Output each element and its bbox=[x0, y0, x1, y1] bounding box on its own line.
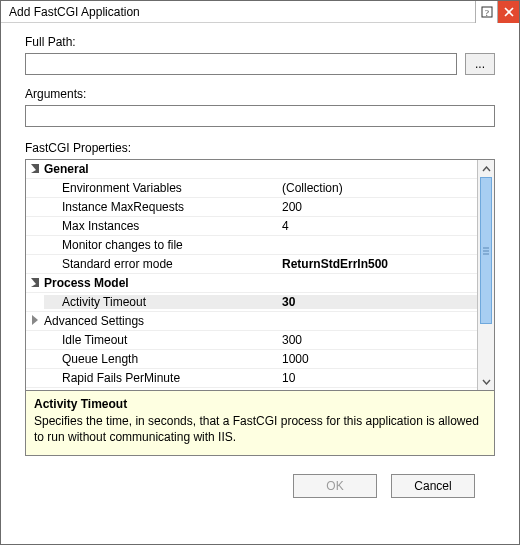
ok-button[interactable]: OK bbox=[293, 474, 377, 498]
prop-name: Standard error mode bbox=[44, 257, 276, 271]
titlebar: Add FastCGI Application ? bbox=[1, 1, 519, 23]
button-row: OK Cancel bbox=[25, 456, 495, 514]
category-label: General bbox=[44, 162, 276, 176]
category-process-model[interactable]: Process Model bbox=[26, 274, 477, 293]
chevron-right-icon bbox=[32, 315, 38, 325]
prop-row-environment-variables[interactable]: Environment Variables (Collection) bbox=[26, 179, 477, 198]
prop-row-idle-timeout[interactable]: Idle Timeout 300 bbox=[26, 331, 477, 350]
prop-name: Monitor changes to file bbox=[44, 238, 276, 252]
browse-button[interactable]: ... bbox=[465, 53, 495, 75]
dialog-window: Add FastCGI Application ? Full Path: ...… bbox=[0, 0, 520, 545]
category-label: Process Model bbox=[44, 276, 276, 290]
chevron-down-icon bbox=[31, 164, 39, 173]
scroll-up-button[interactable] bbox=[478, 160, 494, 177]
prop-name: Rapid Fails PerMinute bbox=[44, 371, 276, 385]
help-icon: ? bbox=[481, 6, 493, 18]
prop-row-advanced-settings[interactable]: Advanced Settings bbox=[26, 312, 477, 331]
scroll-thumb[interactable] bbox=[480, 177, 492, 324]
grid-scrollbar[interactable] bbox=[477, 160, 494, 390]
prop-value: 1000 bbox=[276, 352, 477, 366]
help-pane: Activity Timeout Specifies the time, in … bbox=[25, 390, 495, 456]
help-description: Specifies the time, in seconds, that a F… bbox=[34, 413, 486, 445]
prop-name: Environment Variables bbox=[44, 181, 276, 195]
prop-row-rapid-fails[interactable]: Rapid Fails PerMinute 10 bbox=[26, 369, 477, 388]
scroll-track[interactable] bbox=[478, 177, 494, 373]
chevron-down-icon bbox=[31, 278, 39, 287]
window-title: Add FastCGI Application bbox=[9, 5, 140, 19]
svg-text:?: ? bbox=[485, 8, 489, 18]
prop-name: Instance MaxRequests bbox=[44, 200, 276, 214]
close-icon bbox=[504, 7, 514, 17]
close-button[interactable] bbox=[497, 1, 519, 23]
arguments-input[interactable] bbox=[25, 105, 495, 127]
prop-name: Max Instances bbox=[44, 219, 276, 233]
category-general[interactable]: General bbox=[26, 160, 477, 179]
chevron-down-icon bbox=[482, 379, 491, 385]
cancel-button[interactable]: Cancel bbox=[391, 474, 475, 498]
prop-name: Advanced Settings bbox=[44, 314, 276, 328]
help-title: Activity Timeout bbox=[34, 397, 486, 411]
prop-row-activity-timeout[interactable]: Activity Timeout 30 bbox=[26, 293, 477, 312]
prop-value: 10 bbox=[276, 371, 477, 385]
scroll-down-button[interactable] bbox=[478, 373, 494, 390]
prop-name: Activity Timeout bbox=[44, 295, 276, 309]
full-path-input[interactable] bbox=[25, 53, 457, 75]
prop-row-request-timeout[interactable]: Request Timeout 90 bbox=[26, 388, 477, 390]
property-grid: General Environment Variables (Collectio… bbox=[25, 159, 495, 391]
prop-row-monitor-changes[interactable]: Monitor changes to file bbox=[26, 236, 477, 255]
prop-name: Queue Length bbox=[44, 352, 276, 366]
dialog-content: Full Path: ... Arguments: FastCGI Proper… bbox=[1, 23, 519, 544]
prop-name: Idle Timeout bbox=[44, 333, 276, 347]
prop-row-max-instances[interactable]: Max Instances 4 bbox=[26, 217, 477, 236]
prop-row-standard-error-mode[interactable]: Standard error mode ReturnStdErrIn500 bbox=[26, 255, 477, 274]
properties-label: FastCGI Properties: bbox=[25, 141, 495, 155]
prop-value: 200 bbox=[276, 200, 477, 214]
prop-value: 30 bbox=[276, 295, 477, 309]
prop-value: 4 bbox=[276, 219, 477, 233]
arguments-label: Arguments: bbox=[25, 87, 495, 101]
prop-value: (Collection) bbox=[276, 181, 477, 195]
prop-row-instance-maxrequests[interactable]: Instance MaxRequests 200 bbox=[26, 198, 477, 217]
prop-value: ReturnStdErrIn500 bbox=[276, 257, 477, 271]
prop-row-queue-length[interactable]: Queue Length 1000 bbox=[26, 350, 477, 369]
help-button[interactable]: ? bbox=[475, 1, 497, 23]
full-path-label: Full Path: bbox=[25, 35, 495, 49]
chevron-up-icon bbox=[482, 166, 491, 172]
prop-value: 300 bbox=[276, 333, 477, 347]
